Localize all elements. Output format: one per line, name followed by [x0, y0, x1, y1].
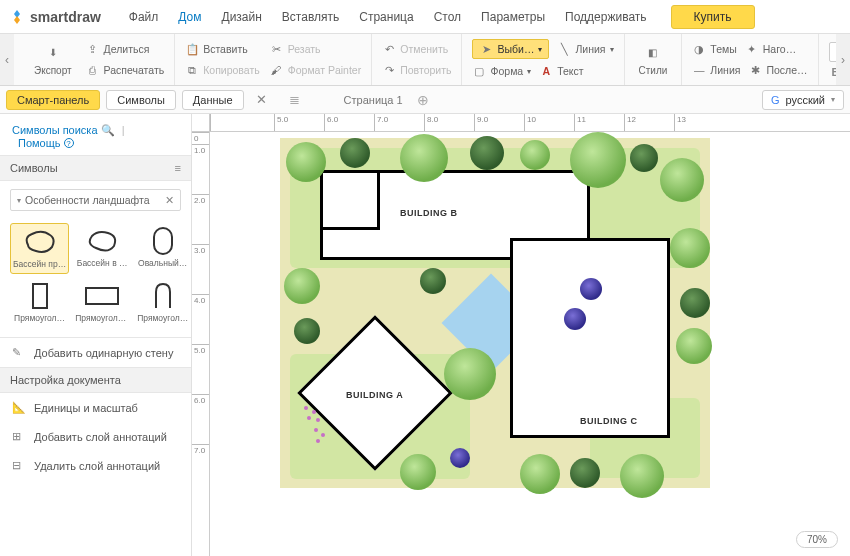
language-select[interactable]: G русский ▾: [762, 90, 844, 110]
cut-icon: ✂: [270, 42, 284, 56]
ribbon: ‹ ⬇ Экспорт ⇪Делиться ⎙Распечатать 📋Вста…: [0, 34, 850, 86]
copy-button[interactable]: ⧉Копировать: [185, 61, 260, 79]
effects-button[interactable]: ✱После…: [748, 61, 807, 79]
line2-icon: ―: [692, 63, 706, 77]
menu-file[interactable]: Файл: [119, 10, 169, 24]
shape-label: Прямоугол…: [14, 313, 65, 323]
paste-button[interactable]: 📋Вставить: [185, 40, 260, 58]
close-icon[interactable]: ✕: [165, 194, 174, 206]
language-label: русский: [786, 94, 825, 106]
share-button[interactable]: ⇪Делиться: [86, 40, 165, 58]
symbols-section-header: Символы ≡: [0, 155, 191, 181]
chevron-down-icon: ▾: [538, 45, 542, 54]
list-view-icon[interactable]: ≣: [289, 92, 300, 107]
redo-button[interactable]: ↷Повторить: [382, 61, 451, 79]
undo-label: Отменить: [400, 43, 448, 55]
add-wall-button[interactable]: ✎ Добавить одинарную стену: [0, 338, 191, 367]
globe-icon: G: [771, 94, 780, 106]
title-button[interactable]: ✦Наго…: [745, 40, 796, 58]
drawing-page[interactable]: BUILDING B BUILDING C BUILDING A: [280, 138, 710, 488]
menu-support[interactable]: Поддерживать: [555, 10, 657, 24]
symbol-category-filter[interactable]: ▾ Особенности ландшафта ✕: [10, 189, 181, 211]
add-page-button[interactable]: ⊕: [417, 92, 429, 108]
layer-add-icon: ⊞: [12, 430, 26, 443]
zoom-indicator[interactable]: 70%: [796, 531, 838, 548]
units-label: Единицы и масштаб: [34, 402, 138, 414]
ribbon-scroll-left[interactable]: ‹: [0, 34, 14, 85]
pencil-icon: ✎: [12, 346, 26, 359]
tab-data[interactable]: Данные: [182, 90, 244, 110]
shape-rect-1[interactable]: Прямоугол…: [10, 278, 69, 327]
shape-rect-2[interactable]: Прямоуголь…: [73, 278, 131, 327]
help-link[interactable]: Помощь ?: [18, 137, 74, 149]
shape-pool-freeform[interactable]: Бассейн пр…: [10, 223, 69, 274]
themes-button[interactable]: ◑Темы: [692, 40, 736, 58]
menu-icon[interactable]: ≡: [175, 162, 181, 174]
text-tool[interactable]: AТекст: [539, 62, 583, 80]
app-name: smartdraw: [30, 9, 101, 25]
secondary-tabbar: Смарт-панель Символы Данные ✕ ≣ Страница…: [0, 86, 850, 114]
menu-insert[interactable]: Вставлять: [272, 10, 349, 24]
tab-smartpanel[interactable]: Смарт-панель: [6, 90, 100, 110]
search-symbols-link[interactable]: Символы поиска 🔍: [12, 124, 115, 136]
doc-settings-header: Настройка документа: [0, 367, 191, 393]
menu-design[interactable]: Дизайн: [212, 10, 272, 24]
ruler-icon: 📐: [12, 401, 26, 414]
add-annotation-layer-button[interactable]: ⊞ Добавить слой аннотаций: [0, 422, 191, 451]
svg-rect-1: [33, 284, 47, 308]
text-icon: A: [539, 64, 553, 78]
chevron-down-icon: ▾: [831, 95, 835, 104]
shape-rect-rounded[interactable]: Прямоугол…: [135, 278, 190, 327]
format-painter-button[interactable]: 🖌Формат Painter: [270, 61, 362, 79]
undo-button[interactable]: ↶Отменить: [382, 40, 451, 58]
cursor-icon: ➤: [479, 42, 493, 56]
svg-rect-2: [86, 288, 118, 304]
styles-button[interactable]: ◧ Стили: [635, 41, 672, 78]
line-tool[interactable]: ╲Линия▾: [557, 40, 613, 58]
close-panel-icon[interactable]: ✕: [250, 92, 273, 107]
select-tool[interactable]: ➤Выби…▾: [472, 39, 549, 59]
share-icon: ⇪: [86, 42, 100, 56]
page-tab-1[interactable]: Страница 1: [344, 94, 403, 106]
shape-pool-kidney[interactable]: Бассейн в …: [73, 223, 131, 274]
chevron-down-icon: ▾: [17, 196, 21, 205]
shape-tool[interactable]: ▢Форма▾: [472, 62, 531, 80]
undo-icon: ↶: [382, 42, 396, 56]
units-scale-button[interactable]: 📐 Единицы и масштаб: [0, 393, 191, 422]
text-label: Текст: [557, 65, 583, 77]
export-button[interactable]: ⬇ Экспорт: [30, 41, 76, 78]
print-button[interactable]: ⎙Распечатать: [86, 61, 165, 79]
export-label: Экспорт: [34, 65, 72, 76]
shape-label: Прямоуголь…: [75, 313, 129, 323]
svg-rect-0: [154, 228, 172, 254]
horizontal-ruler: 5.0 6.0 7.0 8.0 9.0 10 11 12 13: [210, 114, 850, 132]
add-layer-label: Добавить слой аннотаций: [34, 431, 167, 443]
title-icon: ✦: [745, 42, 759, 56]
building-b-label: BUILDING B: [400, 208, 458, 218]
effects-icon: ✱: [748, 63, 762, 77]
buy-button[interactable]: Купить: [671, 5, 755, 29]
menu-home[interactable]: Дом: [168, 10, 211, 24]
effects-label: После…: [766, 64, 807, 76]
cut-button[interactable]: ✂Резать: [270, 40, 362, 58]
print-label: Распечатать: [104, 64, 165, 76]
paste-icon: 📋: [185, 42, 199, 56]
main-area: Символы поиска 🔍 | Помощь ? Символы ≡ ▾ …: [0, 114, 850, 556]
remove-annotation-layer-button[interactable]: ⊟ Удалить слой аннотаций: [0, 451, 191, 480]
building-a-label: BUILDING A: [346, 390, 403, 400]
ribbon-scroll-right[interactable]: ›: [836, 34, 850, 85]
shape-label: Бассейн в …: [77, 258, 128, 268]
styles-label: Стили: [639, 65, 668, 76]
vertical-ruler: 0 1.0 2.0 3.0 4.0 5.0 6.0 7.0: [192, 132, 210, 556]
chevron-down-icon: ▾: [527, 67, 531, 76]
help-icon: ?: [64, 138, 74, 148]
cut-label: Резать: [288, 43, 321, 55]
tab-symbols[interactable]: Символы: [106, 90, 176, 110]
line-style-button[interactable]: ―Линия: [692, 61, 740, 79]
menu-page[interactable]: Страница: [349, 10, 423, 24]
menu-table[interactable]: Стол: [424, 10, 471, 24]
menu-options[interactable]: Параметры: [471, 10, 555, 24]
shape-label: Форма: [490, 65, 523, 77]
canvas[interactable]: BUILDING B BUILDING C BUILDING A: [210, 132, 850, 556]
shape-pool-oval[interactable]: Овальный…: [135, 223, 190, 274]
